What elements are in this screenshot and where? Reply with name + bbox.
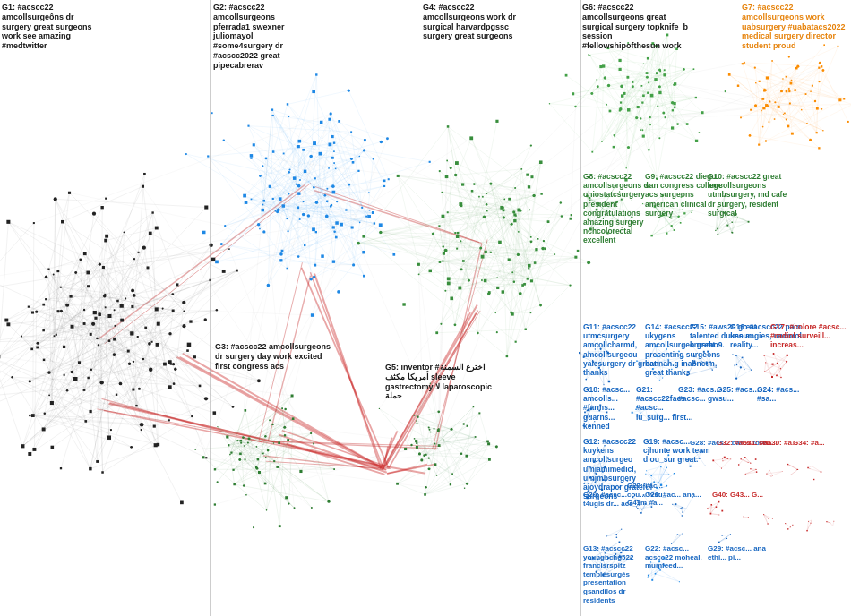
network-visualization xyxy=(0,0,851,616)
network-container: G1: #acscc22 amcollsurgeôns dr surgery g… xyxy=(0,0,851,616)
